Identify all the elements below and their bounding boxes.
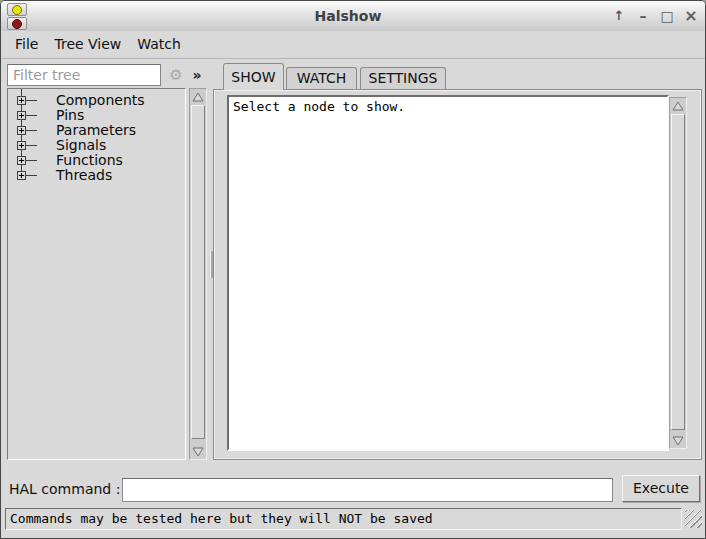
tree-connector — [26, 130, 37, 131]
scrollbar-thumb[interactable] — [671, 114, 685, 430]
gear-icon: ⚙ — [169, 66, 182, 84]
titlebar: Halshow ↑ – □ × — [1, 1, 705, 32]
tree-item-components[interactable]: Components — [56, 93, 145, 108]
window-title: Halshow — [101, 1, 595, 31]
tab-watch[interactable]: WATCH — [286, 67, 357, 89]
tree-item-functions[interactable]: Functions — [56, 153, 123, 168]
expand-plus-icon[interactable] — [17, 96, 26, 105]
show-text: Select a node to show. — [233, 99, 405, 114]
tree-connector — [26, 145, 37, 146]
shade-window-icon[interactable]: ↑ — [607, 1, 631, 31]
filter-tree-input[interactable] — [7, 64, 161, 86]
scroll-down-icon[interactable] — [670, 433, 686, 448]
tree-row: Signals — [8, 138, 185, 153]
minimize-icon[interactable]: – — [631, 1, 655, 31]
tree-connector — [26, 100, 37, 101]
tree-connector — [26, 175, 37, 176]
scroll-up-icon[interactable] — [190, 89, 206, 104]
tree-row: Components — [8, 93, 185, 108]
status-bar: Commands may be tested here but they wil… — [5, 508, 682, 530]
expand-plus-icon[interactable] — [17, 171, 26, 180]
filter-expand-button[interactable]: » — [189, 64, 205, 86]
app-icon — [7, 3, 27, 29]
hal-command-label: HAL command : — [9, 477, 120, 502]
expand-plus-icon[interactable] — [17, 126, 26, 135]
tree-item-parameters[interactable]: Parameters — [56, 123, 136, 138]
menu-file[interactable]: File — [7, 31, 46, 58]
tree-row: Functions — [8, 153, 185, 168]
tree-item-threads[interactable]: Threads — [56, 168, 112, 183]
tree-row: Threads — [8, 168, 185, 183]
scroll-up-icon[interactable] — [670, 98, 686, 113]
resize-grip-icon[interactable] — [685, 510, 702, 528]
scrollbar-thumb[interactable] — [191, 105, 205, 439]
tree-item-signals[interactable]: Signals — [56, 138, 106, 153]
tab-settings[interactable]: SETTINGS — [360, 67, 446, 89]
menu-tree-view[interactable]: Tree View — [46, 31, 129, 58]
scroll-down-icon[interactable] — [190, 444, 206, 459]
window-controls: ↑ – □ × — [607, 1, 703, 31]
halshow-window: Halshow ↑ – □ × File Tree View Watch ⚙ »… — [0, 0, 706, 539]
tree-connector — [26, 160, 37, 161]
menu-watch[interactable]: Watch — [129, 31, 189, 58]
show-text-area[interactable]: Select a node to show. — [227, 95, 669, 451]
expand-plus-icon[interactable] — [17, 141, 26, 150]
close-icon[interactable]: × — [679, 1, 703, 31]
filter-options-button[interactable]: ⚙ — [166, 64, 186, 86]
tab-show[interactable]: SHOW — [223, 63, 284, 90]
maximize-icon[interactable]: □ — [655, 1, 679, 31]
execute-button[interactable]: Execute — [622, 475, 700, 502]
tree-scrollbar[interactable] — [189, 88, 207, 460]
show-scrollbar[interactable] — [669, 97, 687, 449]
red-dot-icon — [12, 19, 22, 29]
menubar: File Tree View Watch — [1, 31, 705, 59]
expand-plus-icon[interactable] — [17, 111, 26, 120]
double-chevron-icon: » — [192, 67, 201, 83]
hal-command-input[interactable] — [122, 478, 613, 502]
tree-connector — [26, 115, 37, 116]
status-message: Commands may be tested here but they wil… — [10, 511, 433, 526]
yellow-dot-icon — [12, 5, 22, 15]
tree-row: Parameters — [8, 123, 185, 138]
tree-item-pins[interactable]: Pins — [56, 108, 84, 123]
app-icon-cell-top — [7, 3, 27, 16]
app-icon-cell-bottom — [7, 17, 27, 30]
expand-plus-icon[interactable] — [17, 156, 26, 165]
tree-row: Pins — [8, 108, 185, 123]
hal-tree: Components Pins Parameters Signals Funct… — [7, 88, 186, 460]
